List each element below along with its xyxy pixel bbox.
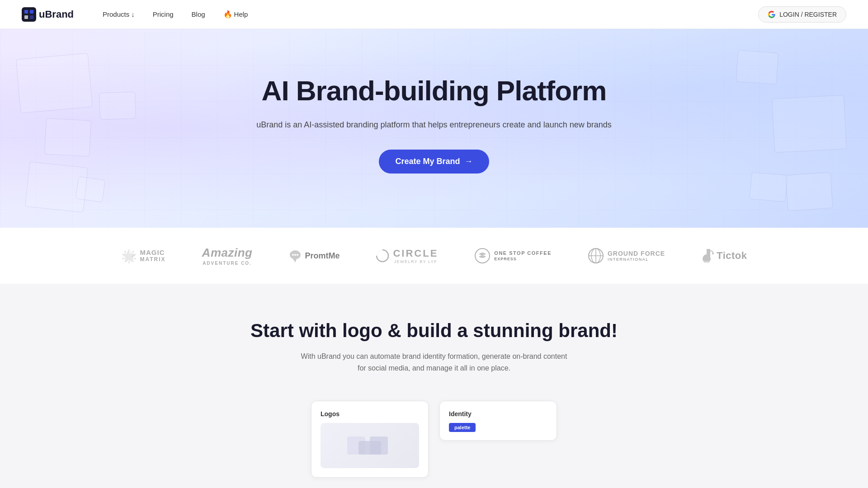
svg-rect-0 [22, 7, 36, 22]
identity-badge: palette [449, 423, 476, 432]
navbar: uBrand Products ↓ Pricing Blog 🔥 Help LO… [0, 0, 868, 29]
google-icon [768, 10, 776, 19]
brand-logo-promptme: PromtMe [288, 249, 340, 263]
one-stop-coffee-icon [474, 248, 491, 264]
logos-section: 🌟 MAGIC MATRIX Amazing ADVENTURE CO. Pro… [0, 228, 868, 284]
svg-rect-1 [24, 10, 28, 14]
nav-right: LOGIN / REGISTER [758, 6, 846, 23]
svg-point-9 [294, 254, 296, 256]
brand-logo-amazing: Amazing ADVENTURE CO. [202, 246, 253, 266]
brand-logo-one-stop-coffee: ONE STOP COFFEE EXPRESS [474, 248, 552, 264]
login-button[interactable]: LOGIN / REGISTER [758, 6, 846, 23]
login-label: LOGIN / REGISTER [779, 11, 837, 18]
svg-marker-7 [293, 259, 297, 263]
chevron-down-icon: ↓ [131, 10, 135, 18]
logo-text: uBrand [39, 9, 74, 20]
promptme-icon [288, 249, 302, 263]
deco-rect-2 [44, 118, 91, 156]
logos-preview-graphic [343, 432, 397, 459]
hero-content: AI Brand-building Platform uBrand is an … [256, 74, 611, 174]
features-title: Start with logo & build a stunning brand… [22, 320, 846, 342]
svg-text:🌟: 🌟 [121, 249, 137, 263]
nav-pricing[interactable]: Pricing [146, 7, 181, 22]
ground-force-icon [588, 248, 604, 264]
create-my-brand-button[interactable]: Create My Brand → [379, 150, 489, 174]
brand-logo-magic-matrix: 🌟 MAGIC MATRIX [121, 248, 166, 264]
tictok-icon [701, 249, 714, 263]
hero-subtitle: uBrand is an AI-assisted branding platfo… [256, 118, 611, 131]
magic-matrix-icon: 🌟 [121, 248, 137, 264]
arrow-icon: → [465, 157, 473, 166]
svg-point-10 [297, 254, 298, 256]
deco-rect-5 [736, 50, 779, 84]
deco-rect-9 [75, 176, 105, 202]
logos-card-header: Logos [321, 410, 419, 418]
brand-logo-tictok: Tictok [701, 249, 747, 263]
brand-logo-circle: CIRCLE JEWELRY BY LYF [376, 248, 438, 264]
features-section: Start with logo & build a stunning brand… [0, 284, 868, 488]
deco-rect-8 [785, 172, 833, 211]
deco-rect-6 [772, 95, 847, 153]
help-icon: 🔥 [223, 10, 232, 19]
hero-title: AI Brand-building Platform [256, 74, 611, 108]
circle-logo-icon [376, 249, 389, 263]
identity-feature-card: Identity palette [439, 401, 557, 441]
features-subtitle: With uBrand you can automate brand ident… [298, 351, 570, 374]
svg-point-18 [712, 253, 714, 254]
svg-rect-3 [24, 15, 28, 19]
ubrand-logo-icon [22, 7, 36, 22]
svg-rect-4 [30, 15, 33, 19]
nav-blog[interactable]: Blog [184, 7, 212, 22]
svg-rect-21 [359, 441, 381, 455]
cta-label: Create My Brand [395, 157, 460, 166]
svg-rect-2 [30, 10, 33, 14]
nav-links: Products ↓ Pricing Blog 🔥 Help [95, 6, 758, 22]
features-cards: Logos Identity palette [22, 401, 846, 478]
deco-rect-3 [99, 92, 136, 120]
deco-rect-1 [16, 53, 93, 113]
logos-feature-card: Logos [311, 401, 429, 478]
logos-card-placeholder [321, 423, 419, 468]
nav-help[interactable]: 🔥 Help [216, 6, 255, 22]
logo-link[interactable]: uBrand [22, 7, 74, 22]
nav-products[interactable]: Products ↓ [95, 7, 142, 22]
hero-section: AI Brand-building Platform uBrand is an … [0, 29, 868, 228]
deco-rect-7 [750, 172, 788, 202]
brand-logo-ground-force: GROUND FORCE INTERNATIONAL [588, 248, 665, 264]
identity-card-header: Identity [449, 410, 547, 418]
svg-point-8 [292, 254, 294, 256]
